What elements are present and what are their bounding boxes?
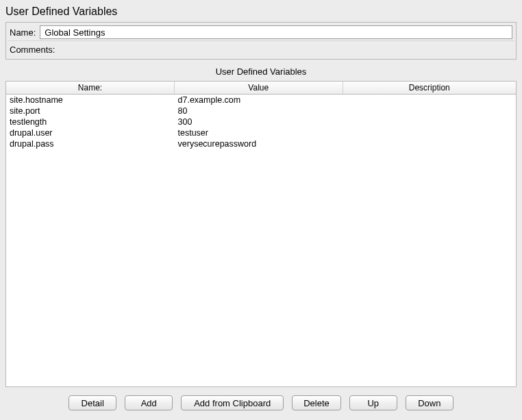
- table-row[interactable]: drupal.passverysecurepassword: [6, 138, 516, 149]
- panel-title: User Defined Variables: [5, 5, 517, 18]
- cell-value[interactable]: 300: [175, 116, 343, 127]
- add-button[interactable]: Add: [125, 395, 173, 410]
- cell-description[interactable]: [343, 116, 516, 127]
- down-button[interactable]: Down: [406, 395, 453, 410]
- table-empty-area[interactable]: [6, 149, 516, 386]
- cell-value[interactable]: 80: [175, 106, 343, 116]
- table-header-row: Name: Value Description: [6, 82, 516, 95]
- cell-name[interactable]: drupal.pass: [6, 138, 175, 149]
- cell-value[interactable]: d7.example.com: [175, 95, 343, 106]
- col-header-name[interactable]: Name:: [6, 82, 175, 95]
- section-header: User Defined Variables: [5, 64, 517, 81]
- cell-name[interactable]: testlength: [6, 116, 175, 127]
- name-row: Name:: [8, 24, 514, 40]
- variables-table[interactable]: Name: Value Description site.hostnamed7.…: [6, 82, 516, 149]
- fields-box: Name: Comments:: [5, 22, 517, 60]
- name-label: Name:: [10, 27, 36, 38]
- table-row[interactable]: testlength300: [6, 116, 516, 127]
- cell-description[interactable]: [343, 106, 516, 116]
- comments-input[interactable]: [59, 42, 512, 56]
- comments-row: Comments:: [8, 40, 514, 58]
- table-row[interactable]: drupal.usertestuser: [6, 127, 516, 138]
- add-from-clipboard-button[interactable]: Add from Clipboard: [181, 395, 284, 410]
- variables-table-wrap: Name: Value Description site.hostnamed7.…: [5, 81, 517, 387]
- name-input[interactable]: [40, 25, 512, 39]
- cell-value[interactable]: verysecurepassword: [175, 138, 343, 149]
- table-row[interactable]: site.port80: [6, 106, 516, 116]
- up-button[interactable]: Up: [349, 395, 397, 410]
- cell-name[interactable]: site.hostname: [6, 95, 175, 106]
- col-header-description[interactable]: Description: [343, 82, 516, 95]
- button-row: Detail Add Add from Clipboard Delete Up …: [5, 394, 517, 415]
- cell-value[interactable]: testuser: [175, 127, 343, 138]
- detail-button[interactable]: Detail: [69, 395, 116, 410]
- user-defined-variables-panel: User Defined Variables Name: Comments: U…: [0, 0, 522, 420]
- comments-label: Comments:: [10, 45, 55, 55]
- cell-name[interactable]: drupal.user: [6, 127, 175, 138]
- cell-description[interactable]: [343, 95, 516, 106]
- cell-description[interactable]: [343, 127, 516, 138]
- table-row[interactable]: site.hostnamed7.example.com: [6, 95, 516, 106]
- cell-name[interactable]: site.port: [6, 106, 175, 116]
- cell-description[interactable]: [343, 138, 516, 149]
- col-header-value[interactable]: Value: [175, 82, 343, 95]
- delete-button[interactable]: Delete: [292, 395, 341, 410]
